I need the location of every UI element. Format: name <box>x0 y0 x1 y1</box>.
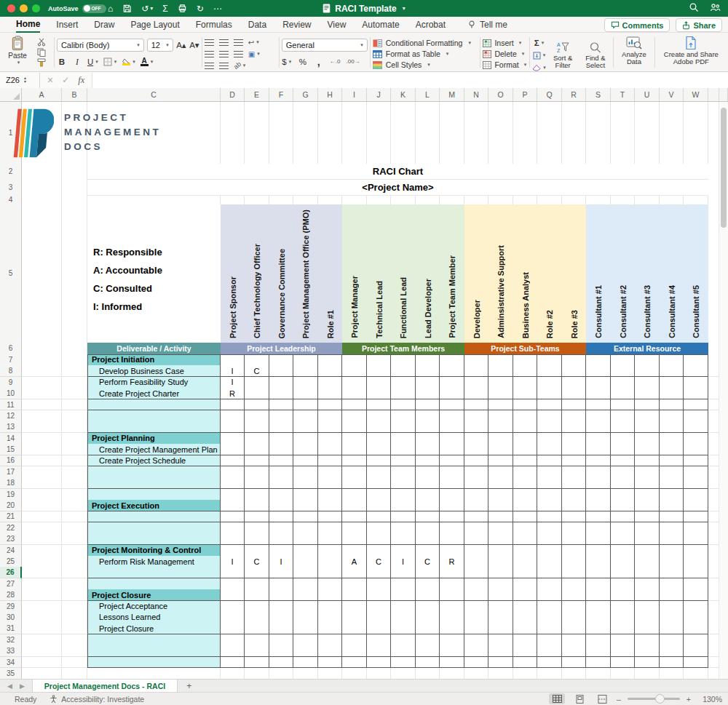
cell-G12[interactable] <box>293 410 318 422</box>
cell-R27[interactable] <box>562 578 586 590</box>
grid-cell[interactable] <box>22 164 62 180</box>
cell-J31[interactable] <box>367 623 391 634</box>
cell-V33[interactable] <box>660 645 684 657</box>
cell-L14[interactable] <box>416 433 440 445</box>
cell-I17[interactable] <box>342 466 367 478</box>
cell-K19[interactable] <box>391 489 416 501</box>
cell-I24[interactable] <box>342 545 367 557</box>
cell-L9[interactable] <box>416 377 440 389</box>
column-header-N[interactable]: N <box>464 88 488 101</box>
cell-R13[interactable] <box>562 421 586 433</box>
row-header-15[interactable]: 15 <box>0 444 22 455</box>
cell-S7[interactable] <box>586 354 611 366</box>
cell-H8[interactable] <box>318 365 342 377</box>
column-header-R[interactable]: R <box>562 88 586 101</box>
cell-D23[interactable] <box>221 533 245 545</box>
grid-cell[interactable] <box>708 500 719 511</box>
cell-O30[interactable] <box>488 612 513 624</box>
cell-K18[interactable] <box>391 477 416 489</box>
cell-T32[interactable] <box>611 634 635 646</box>
cell-G24[interactable] <box>293 545 318 557</box>
cell-U19[interactable] <box>635 489 660 501</box>
grid-cell[interactable] <box>318 668 342 679</box>
cell-U25[interactable] <box>635 556 660 567</box>
grid-cell[interactable] <box>391 102 416 164</box>
grid-cell[interactable] <box>635 668 660 679</box>
cell-H16[interactable] <box>318 455 342 467</box>
cell-N19[interactable] <box>464 489 488 501</box>
cell-F17[interactable] <box>269 466 293 478</box>
group-band-4[interactable]: External Resource <box>586 343 708 354</box>
grid-cell[interactable] <box>22 421 62 433</box>
cell-D14[interactable] <box>221 433 245 445</box>
cell-D17[interactable] <box>221 466 245 478</box>
cell-I31[interactable] <box>342 623 367 634</box>
name-box[interactable]: Z26 ▴▾ <box>0 73 40 88</box>
row-header-33[interactable]: 33 <box>0 645 22 657</box>
grid-cell[interactable] <box>62 612 87 624</box>
cell-D20[interactable] <box>221 500 245 511</box>
cell-J12[interactable] <box>367 410 391 422</box>
grid-cell[interactable] <box>367 102 391 164</box>
cell-M23[interactable] <box>440 533 464 545</box>
cell-P27[interactable] <box>513 578 537 590</box>
cell-U28[interactable] <box>635 589 660 601</box>
cell-W32[interactable] <box>684 634 708 646</box>
cell-N32[interactable] <box>464 634 488 646</box>
cell-M7[interactable] <box>440 354 464 366</box>
role-header-M5[interactable]: Project Team Member <box>440 204 464 343</box>
cell-L34[interactable] <box>416 657 440 669</box>
cell-C13[interactable] <box>87 421 221 433</box>
cell-R32[interactable] <box>562 634 586 646</box>
cell-N25[interactable] <box>464 556 488 567</box>
grid-cell[interactable] <box>62 645 87 657</box>
cell-R11[interactable] <box>562 399 586 411</box>
cell-M21[interactable] <box>440 511 464 523</box>
grid-cell[interactable] <box>22 634 62 646</box>
grid-cell[interactable] <box>62 354 87 366</box>
cell-L15[interactable] <box>416 444 440 455</box>
cell-F31[interactable] <box>269 623 293 634</box>
grid-cell[interactable] <box>22 204 62 343</box>
grid-cell[interactable] <box>562 668 586 679</box>
cell-E12[interactable] <box>245 410 269 422</box>
role-header-H5[interactable]: Role #1 <box>318 204 342 343</box>
cell-W15[interactable] <box>684 444 708 455</box>
cell-V15[interactable] <box>660 444 684 455</box>
cell-S29[interactable] <box>586 601 611 613</box>
cell-E25[interactable]: C <box>245 556 269 567</box>
page-break-view-button[interactable] <box>594 693 610 704</box>
cell-F10[interactable] <box>269 388 293 399</box>
cell-H13[interactable] <box>318 421 342 433</box>
grid-cell[interactable] <box>708 645 719 657</box>
cell-G15[interactable] <box>293 444 318 455</box>
grid-cell[interactable] <box>708 511 719 523</box>
grid-cell[interactable] <box>342 196 367 205</box>
cell-D18[interactable] <box>221 477 245 489</box>
cell-I27[interactable] <box>342 578 367 590</box>
cell-H26[interactable] <box>318 567 342 578</box>
tab-review[interactable]: Review <box>282 17 311 33</box>
zoom-level[interactable]: 130% <box>697 695 722 704</box>
cell-K27[interactable] <box>391 578 416 590</box>
cell-V31[interactable] <box>660 623 684 634</box>
cell-J33[interactable] <box>367 645 391 657</box>
cell-D28[interactable] <box>221 589 245 601</box>
cell-L21[interactable] <box>416 511 440 523</box>
cell-W19[interactable] <box>684 489 708 501</box>
cell-D7[interactable] <box>221 354 245 366</box>
cell-W33[interactable] <box>684 645 708 657</box>
cell-K14[interactable] <box>391 433 416 445</box>
cell-O7[interactable] <box>488 354 513 366</box>
cell-G8[interactable] <box>293 365 318 377</box>
grid-cell[interactable] <box>708 343 719 355</box>
cell-V22[interactable] <box>660 522 684 534</box>
grid-cell[interactable] <box>22 556 62 567</box>
grid-cell[interactable] <box>708 180 719 196</box>
cell-I20[interactable] <box>342 500 367 511</box>
cell-E7[interactable] <box>245 354 269 366</box>
grid-cell[interactable] <box>464 102 488 164</box>
increase-font-size-button[interactable]: A▴ <box>176 39 186 51</box>
cell-T17[interactable] <box>611 466 635 478</box>
grid-cell[interactable] <box>611 102 635 164</box>
